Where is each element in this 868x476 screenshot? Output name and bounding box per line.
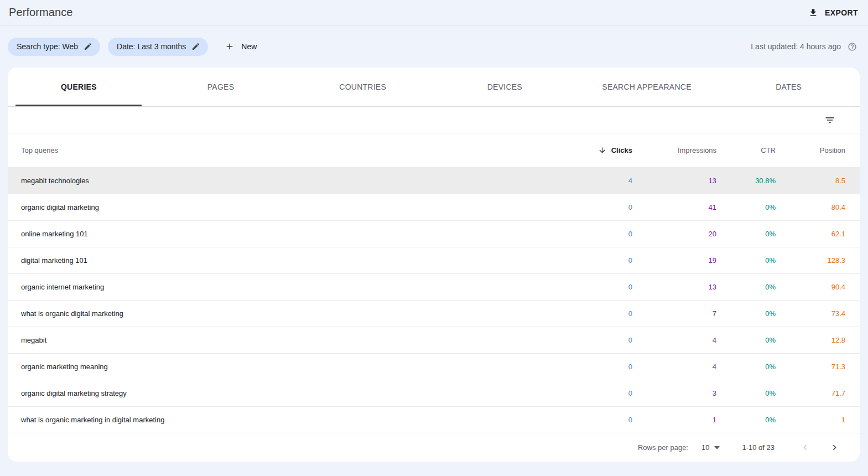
filter-bar: Search type: Web Date: Last 3 months New… (0, 25, 868, 68)
clicks-cell: 0 (571, 363, 632, 371)
impressions-cell: 13 (632, 177, 716, 185)
query-cell: what is organic marketing in digital mar… (21, 416, 571, 424)
table-row[interactable]: what is organic digital marketing 0 7 0%… (8, 300, 860, 327)
clicks-cell: 0 (571, 256, 632, 265)
ctr-cell: 0% (716, 389, 776, 397)
new-filter-label: New (241, 42, 257, 51)
query-cell: organic internet marketing (21, 283, 571, 291)
position-cell: 12.8 (776, 336, 845, 344)
ctr-cell: 0% (716, 363, 776, 371)
help-icon[interactable] (845, 40, 859, 54)
query-cell: digital marketing 101 (21, 256, 571, 265)
new-filter-button[interactable]: New (219, 38, 262, 55)
tab-pages[interactable]: PAGES (150, 68, 292, 106)
position-cell: 1 (776, 416, 845, 424)
query-cell: online marketing 101 (21, 230, 571, 238)
edit-pencil-icon (191, 42, 200, 51)
impressions-cell: 13 (632, 283, 716, 291)
search-type-chip-label: Search type: Web (17, 42, 78, 51)
next-page-button[interactable] (827, 440, 842, 455)
rows-per-page-value: 10 (701, 443, 709, 452)
top-bar: Performance EXPORT (0, 0, 868, 25)
clicks-header-label: Clicks (611, 146, 632, 154)
clicks-cell: 0 (571, 230, 632, 238)
ctr-cell: 0% (716, 336, 776, 344)
dimension-tabs: QUERIES PAGES COUNTRIES DEVICES SEARCH A… (8, 68, 860, 107)
rows-per-page-select[interactable]: 10 (701, 443, 720, 452)
query-cell: megabit technologies (21, 177, 571, 185)
column-header-top-queries[interactable]: Top queries (21, 146, 571, 154)
impressions-cell: 3 (632, 389, 716, 397)
ctr-cell: 0% (716, 256, 776, 265)
table-body: megabit technologies 4 13 30.8% 8.5 orga… (8, 167, 860, 433)
position-cell: 90.4 (776, 283, 845, 291)
impressions-cell: 1 (632, 416, 716, 424)
table-filter-row (8, 107, 860, 133)
ctr-cell: 0% (716, 283, 776, 291)
table-row[interactable]: online marketing 101 0 20 0% 62.1 (8, 220, 860, 247)
impressions-cell: 4 (632, 336, 716, 344)
filter-list-icon[interactable] (822, 112, 838, 128)
clicks-cell: 0 (571, 389, 632, 397)
tab-countries[interactable]: COUNTRIES (292, 68, 434, 106)
query-cell: organic digital marketing strategy (21, 389, 571, 397)
table-row[interactable]: organic digital marketing 0 41 0% 80.4 (8, 194, 860, 220)
impressions-cell: 4 (632, 363, 716, 371)
performance-card: QUERIES PAGES COUNTRIES DEVICES SEARCH A… (8, 68, 860, 462)
date-range-chip[interactable]: Date: Last 3 months (108, 38, 208, 56)
rows-per-page-label: Rows per page: (638, 443, 688, 452)
clicks-cell: 0 (571, 203, 632, 211)
column-header-position[interactable]: Position (776, 146, 845, 154)
pagination-range: 1-10 of 23 (742, 443, 775, 452)
ctr-cell: 30.8% (716, 177, 776, 185)
page-title: Performance (9, 6, 73, 19)
clicks-cell: 4 (571, 177, 632, 185)
table-row[interactable]: megabit 0 4 0% 12.8 (8, 327, 860, 353)
ctr-cell: 0% (716, 230, 776, 238)
tab-label: QUERIES (61, 82, 97, 91)
position-cell: 71.7 (776, 389, 845, 397)
search-type-chip[interactable]: Search type: Web (8, 38, 100, 56)
table-row[interactable]: megabit technologies 4 13 30.8% 8.5 (8, 167, 860, 194)
tab-devices[interactable]: DEVICES (434, 68, 576, 106)
ctr-cell: 0% (716, 416, 776, 424)
column-header-clicks[interactable]: Clicks (571, 146, 632, 154)
impressions-cell: 41 (632, 203, 716, 211)
table-row[interactable]: organic marketing meaning 0 4 0% 71.3 (8, 353, 860, 380)
column-header-ctr[interactable]: CTR (716, 146, 776, 154)
impressions-cell: 19 (632, 256, 716, 265)
impressions-cell: 7 (632, 309, 716, 318)
tab-search-appearance[interactable]: SEARCH APPEARANCE (576, 68, 718, 106)
query-cell: what is organic digital marketing (21, 309, 571, 318)
clicks-cell: 0 (571, 416, 632, 424)
previous-page-button[interactable] (798, 440, 813, 455)
tab-label: DEVICES (487, 82, 522, 91)
table-row[interactable]: organic internet marketing 0 13 0% 90.4 (8, 273, 860, 300)
impressions-cell: 20 (632, 230, 716, 238)
export-button[interactable]: EXPORT (804, 4, 862, 21)
clicks-cell: 0 (571, 283, 632, 291)
pagination-bar: Rows per page: 10 1-10 of 23 (8, 433, 860, 462)
column-header-impressions[interactable]: Impressions (632, 146, 716, 154)
ctr-cell: 0% (716, 309, 776, 318)
export-label: EXPORT (825, 8, 858, 17)
clicks-cell: 0 (571, 309, 632, 318)
tab-label: DATES (776, 82, 802, 91)
download-icon (808, 8, 818, 18)
chevron-left-icon (800, 442, 810, 453)
table-header-row: Top queries Clicks Impressions CTR Posit… (8, 133, 860, 167)
tab-queries[interactable]: QUERIES (8, 68, 150, 106)
position-cell: 8.5 (776, 177, 845, 185)
table-row[interactable]: what is organic marketing in digital mar… (8, 406, 860, 433)
position-cell: 62.1 (776, 230, 845, 238)
clicks-cell: 0 (571, 336, 632, 344)
position-cell: 80.4 (776, 203, 845, 211)
position-cell: 71.3 (776, 363, 845, 371)
sort-descending-arrow-icon (598, 146, 606, 154)
date-range-chip-label: Date: Last 3 months (117, 42, 186, 51)
tab-dates[interactable]: DATES (718, 68, 860, 106)
table-row[interactable]: organic digital marketing strategy 0 3 0… (8, 380, 860, 406)
tab-label: PAGES (207, 82, 234, 91)
table-row[interactable]: digital marketing 101 0 19 0% 128.3 (8, 247, 860, 273)
tab-label: COUNTRIES (339, 82, 386, 91)
